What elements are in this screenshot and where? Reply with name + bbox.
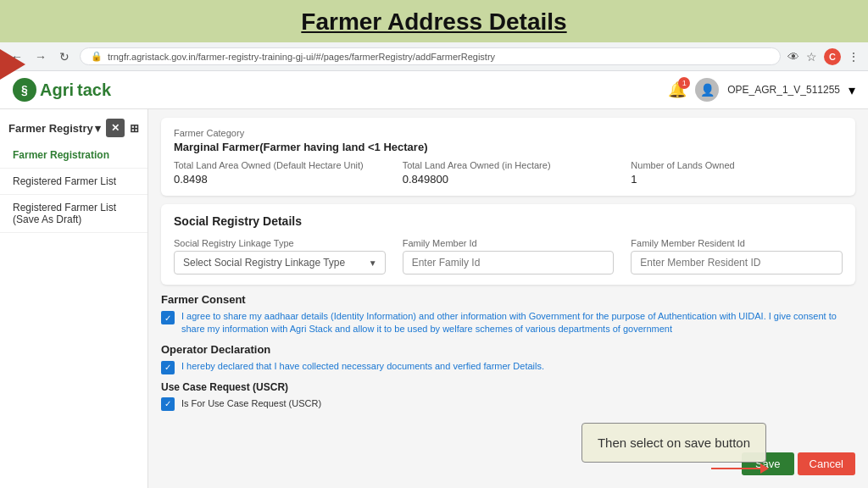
callout-text: Then select on save button: [598, 435, 750, 450]
full-layout: Farmer Address Details ← → ↻ 🔒 trngfr.ag…: [0, 0, 868, 488]
use-case-row: ✓ Is For Use Case Request (USCR): [161, 396, 855, 411]
sidebar-header[interactable]: Farmer Registry ▾ ✕ ⊞: [0, 114, 147, 142]
operator-declaration-checkbox[interactable]: ✓: [161, 361, 175, 374]
num-lands-label: Number of Lands Owned: [631, 160, 843, 170]
sidebar-item-registered-farmer-draft[interactable]: Registered Farmer List (Save As Draft): [0, 195, 147, 233]
user-menu-chevron[interactable]: ▾: [849, 82, 855, 98]
operator-declaration-title: Operator Declaration: [161, 343, 855, 356]
secure-icon: 🔒: [91, 51, 103, 62]
family-id-group: Family Member Id: [403, 238, 615, 274]
total-land-hectare-value: 0.849800: [403, 173, 615, 186]
sidebar-item-label-2: Registered Farmer List (Save As Draft): [13, 202, 116, 225]
category-value: Marginal Farmer(Farmer having land <1 He…: [174, 141, 843, 153]
linkage-type-group: Social Registry Linkage Type Select Soci…: [174, 238, 386, 274]
num-lands-group: Number of Lands Owned 1: [631, 160, 843, 186]
linkage-label: Social Registry Linkage Type: [174, 238, 386, 248]
family-id-input[interactable]: [403, 251, 615, 274]
user-name: OPE_AGR_1_V_511255: [727, 84, 840, 96]
page-title: Farmer Address Details: [0, 8, 868, 36]
title-area: Farmer Address Details: [0, 0, 868, 42]
sidebar-close-btn[interactable]: ✕: [106, 119, 125, 137]
browser-chrome: ← → ↻ 🔒 trngfr.agristack.gov.in/farmer-r…: [0, 42, 868, 71]
app-header: § Agri tack 🔔 1 👤 OPE_AGR_1_V_511255 ▾: [0, 71, 868, 109]
total-land-default-value: 0.8498: [174, 173, 386, 186]
use-case-checkbox[interactable]: ✓: [161, 397, 175, 411]
url-text: trngfr.agristack.gov.in/farmer-registry-…: [108, 52, 495, 62]
callout-box: Then select on save button: [581, 423, 766, 463]
sidebar: Farmer Registry ▾ ✕ ⊞ Farmer Registratio…: [0, 109, 148, 488]
url-bar[interactable]: 🔒 trngfr.agristack.gov.in/farmer-registr…: [80, 47, 781, 65]
farmer-consent-section: Farmer Consent ✓ I agree to share my aad…: [161, 293, 855, 336]
menu-button[interactable]: ⋮: [848, 50, 860, 64]
logo: § Agri tack: [13, 78, 111, 102]
sidebar-item-label-0: Farmer Registration: [13, 149, 109, 161]
total-land-hectare-group: Total Land Area Owned (in Hectare) 0.849…: [403, 160, 615, 186]
total-land-default-label: Total Land Area Owned (Default Hectare U…: [174, 160, 386, 170]
forward-button[interactable]: →: [32, 48, 49, 65]
operator-declaration-row: ✓ I hereby declared that I have collecte…: [161, 360, 855, 374]
operator-declaration-section: Operator Declaration ✓ I hereby declared…: [161, 343, 855, 374]
notification-bell[interactable]: 🔔 1: [668, 80, 687, 99]
cancel-button[interactable]: Cancel: [798, 452, 855, 475]
farmer-info-card: Farmer Category Marginal Farmer(Farmer h…: [161, 118, 855, 196]
star-icon-btn[interactable]: ☆: [806, 50, 817, 64]
num-lands-value: 1: [631, 173, 843, 186]
eye-icon-btn[interactable]: 👁: [787, 50, 799, 64]
arrow-to-save: [711, 468, 762, 469]
farmer-consent-text: I agree to share my aadhaar details (Ide…: [181, 310, 855, 336]
linkage-type-select[interactable]: Select Social Registry Linkage Type: [174, 251, 386, 274]
social-registry-card: Social Registry Details Social Registry …: [161, 204, 855, 285]
farmer-consent-checkbox[interactable]: ✓: [161, 311, 175, 324]
use-case-title: Use Case Request (USCR): [161, 381, 855, 393]
total-land-default-group: Total Land Area Owned (Default Hectare U…: [174, 160, 386, 186]
logo-text-agri: Agri: [40, 80, 74, 100]
social-registry-fields: Social Registry Linkage Type Select Soci…: [174, 238, 843, 274]
category-label: Farmer Category: [174, 128, 843, 138]
social-registry-title: Social Registry Details: [174, 214, 843, 228]
sidebar-item-farmer-registration[interactable]: Farmer Registration: [0, 142, 147, 169]
sidebar-chevron[interactable]: ▾: [95, 122, 101, 135]
operator-declaration-text: I hereby declared that I have collected …: [181, 360, 544, 373]
refresh-button[interactable]: ↻: [56, 48, 73, 65]
land-fields-row: Total Land Area Owned (Default Hectare U…: [174, 160, 843, 186]
sidebar-item-label-1: Registered Farmer List: [13, 175, 116, 187]
resident-id-group: Family Member Resident Id: [631, 238, 843, 274]
arrow-decoration: [0, 49, 25, 80]
use-case-checkbox-label: Is For Use Case Request (USCR): [181, 398, 321, 408]
farmer-consent-row: ✓ I agree to share my aadhaar details (I…: [161, 310, 855, 336]
notification-badge: 1: [678, 77, 690, 89]
total-land-hectare-label: Total Land Area Owned (in Hectare): [403, 160, 615, 170]
logo-icon-text: §: [21, 83, 28, 97]
logo-icon: §: [13, 78, 36, 102]
use-case-section: Use Case Request (USCR) ✓ Is For Use Cas…: [161, 381, 855, 411]
family-id-label: Family Member Id: [403, 238, 615, 248]
profile-icon[interactable]: C: [824, 48, 841, 65]
user-avatar: 👤: [695, 78, 719, 102]
resident-id-label: Family Member Resident Id: [631, 238, 843, 248]
header-right: 🔔 1 👤 OPE_AGR_1_V_511255 ▾: [668, 78, 855, 102]
sidebar-module-label: Farmer Registry: [8, 122, 93, 135]
logo-text-stack: tack: [77, 80, 111, 100]
sidebar-grid-icon[interactable]: ⊞: [130, 122, 139, 135]
sidebar-item-registered-farmer-list[interactable]: Registered Farmer List: [0, 169, 147, 195]
browser-icons: 👁 ☆ C ⋮: [787, 48, 860, 65]
resident-id-input[interactable]: [631, 251, 843, 274]
app-body: ← → ↻ 🔒 trngfr.agristack.gov.in/farmer-r…: [0, 42, 868, 488]
linkage-select-wrapper: Select Social Registry Linkage Type ▼: [174, 251, 386, 274]
farmer-consent-title: Farmer Consent: [161, 293, 855, 306]
